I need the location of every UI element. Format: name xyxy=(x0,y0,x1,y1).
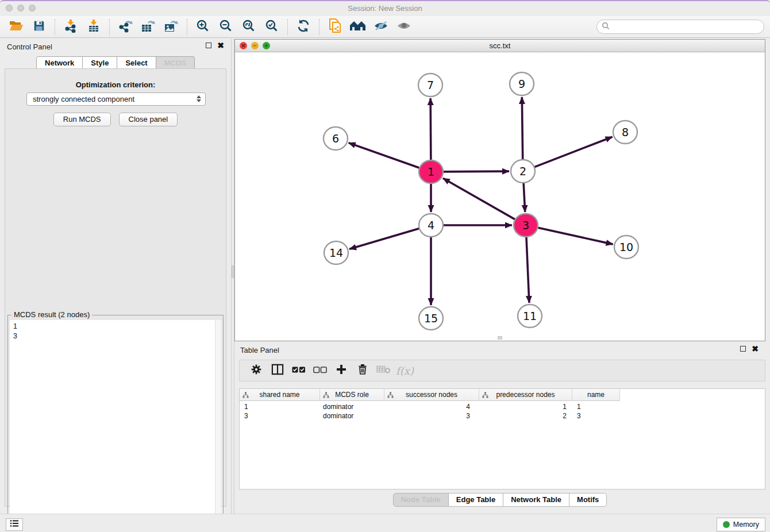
node-14[interactable]: 14 xyxy=(324,241,348,264)
task-history-button[interactable] xyxy=(6,518,23,531)
float-panel-icon[interactable] xyxy=(206,43,211,48)
svg-text:14: 14 xyxy=(329,246,343,259)
criterion-dropdown[interactable]: strongly connected component xyxy=(26,92,206,106)
delete-table-button[interactable] xyxy=(373,361,394,380)
node-table[interactable]: shared nameMCDS rolesuccessor nodesprede… xyxy=(239,388,765,489)
export-image-button[interactable] xyxy=(160,17,183,37)
refresh-view-button[interactable] xyxy=(292,17,315,37)
zoom-selected-button[interactable] xyxy=(260,17,283,37)
edge-2-3[interactable] xyxy=(523,182,525,212)
node-15[interactable]: 15 xyxy=(419,307,443,330)
titlebar: Session: New Session xyxy=(0,1,770,16)
column-header-mcds-role[interactable]: MCDS role xyxy=(320,389,384,401)
search-input[interactable] xyxy=(612,21,764,33)
edge-3-10[interactable] xyxy=(537,228,613,244)
cell-mcds-role[interactable]: dominator xyxy=(320,402,384,411)
node-3[interactable]: 3 xyxy=(514,214,538,237)
float-table-panel-icon[interactable] xyxy=(740,346,746,352)
close-panel-button[interactable]: Close panel xyxy=(119,113,178,126)
zoom-fit-button[interactable] xyxy=(237,17,260,37)
memory-button[interactable]: Memory xyxy=(717,518,765,531)
save-session-button[interactable] xyxy=(28,17,51,37)
eye-slash-icon xyxy=(373,20,389,34)
node-11[interactable]: 11 xyxy=(518,304,542,327)
table-panel-tabs: Node TableEdge TableNetwork TableMotifs xyxy=(234,493,765,507)
tab-node-table[interactable]: Node Table xyxy=(393,493,449,507)
mcds-result-title: MCDS result (2 nodes) xyxy=(11,310,92,319)
node-1[interactable]: 1 xyxy=(419,160,443,183)
edge-3-1[interactable] xyxy=(443,178,517,220)
open-file-button[interactable] xyxy=(5,17,28,37)
copy-network-button[interactable] xyxy=(324,17,346,37)
show-all-button[interactable] xyxy=(392,17,415,37)
graph-edges xyxy=(349,97,613,305)
tab-network-table[interactable]: Network Table xyxy=(503,493,569,507)
node-8[interactable]: 8 xyxy=(613,121,637,144)
cell-predecessor-nodes[interactable]: 1 xyxy=(479,402,572,411)
export-network-icon xyxy=(118,19,133,35)
cell-name[interactable]: 1 xyxy=(572,402,620,411)
node-4[interactable]: 4 xyxy=(419,214,443,237)
mcds-tab-content: Optimization criterion: strongly connect… xyxy=(5,68,226,507)
close-panel-icon[interactable]: ✖ xyxy=(217,43,224,48)
svg-text:7: 7 xyxy=(427,79,434,91)
column-header-name[interactable]: name xyxy=(572,389,620,401)
eye-icon xyxy=(396,20,412,34)
column-header-shared-name[interactable]: shared name xyxy=(240,389,320,401)
open-folder-icon xyxy=(9,20,24,34)
node-2[interactable]: 2 xyxy=(511,160,535,183)
tab-edge-table[interactable]: Edge Table xyxy=(449,493,503,507)
cell-successor-nodes[interactable]: 4 xyxy=(384,402,479,411)
import-table-button[interactable] xyxy=(82,17,105,37)
table-settings-button[interactable] xyxy=(245,361,267,380)
split-columns-button[interactable] xyxy=(267,361,288,380)
edge-3-11[interactable] xyxy=(526,236,529,303)
zoom-in-button[interactable] xyxy=(191,17,214,37)
delete-row-button[interactable] xyxy=(352,361,373,380)
deselect-all-button[interactable] xyxy=(309,361,330,380)
node-10[interactable]: 10 xyxy=(614,236,638,259)
splitter-handle[interactable] xyxy=(232,265,234,278)
edge-1-6[interactable] xyxy=(349,143,421,168)
import-network-button[interactable] xyxy=(59,17,82,37)
close-table-panel-icon[interactable]: ✖ xyxy=(752,346,759,352)
search-box[interactable] xyxy=(596,20,764,34)
network-window-titlebar[interactable]: ✕ − + scc.txt xyxy=(235,40,765,52)
table-row[interactable]: 1dominator411 xyxy=(240,402,620,411)
home-view-button[interactable] xyxy=(346,17,369,37)
run-mcds-button[interactable]: Run MCDS xyxy=(53,113,111,126)
edge-1-7[interactable] xyxy=(430,98,431,161)
export-network-button[interactable] xyxy=(114,17,137,37)
column-header-predecessor-nodes[interactable]: predecessor nodes xyxy=(479,389,572,401)
zoom-out-button[interactable] xyxy=(214,17,237,37)
tab-motifs[interactable]: Motifs xyxy=(569,493,607,507)
node-7[interactable]: 7 xyxy=(418,74,442,97)
export-table-button[interactable] xyxy=(137,17,160,37)
table-row[interactable]: 3dominator323 xyxy=(240,411,620,421)
edge-2-9[interactable] xyxy=(522,97,522,161)
control-panel: Control Panel ✖ NetworkStyleSelectMCDS O… xyxy=(0,39,231,514)
fx-icon: f(x) xyxy=(396,365,414,377)
node-6[interactable]: 6 xyxy=(324,127,348,150)
cell-successor-nodes[interactable]: 3 xyxy=(384,411,479,421)
cell-shared-name[interactable]: 3 xyxy=(240,411,320,421)
node-9[interactable]: 9 xyxy=(510,72,534,95)
column-header-successor-nodes[interactable]: successor nodes xyxy=(384,389,479,401)
svg-text:15: 15 xyxy=(424,312,438,325)
cell-name[interactable]: 3 xyxy=(572,411,620,421)
cell-shared-name[interactable]: 1 xyxy=(240,402,320,411)
network-canvas[interactable]: 7968124314101511 xyxy=(235,52,765,341)
add-row-button[interactable] xyxy=(330,361,352,380)
cell-predecessor-nodes[interactable]: 2 xyxy=(479,411,572,421)
result-scrollbar[interactable] xyxy=(215,320,221,531)
cell-mcds-role[interactable]: dominator xyxy=(320,411,384,421)
select-all-button[interactable] xyxy=(288,361,309,380)
hide-selected-button[interactable] xyxy=(369,17,392,37)
edge-2-8[interactable] xyxy=(533,137,613,167)
function-builder-button[interactable]: f(x) xyxy=(394,361,415,380)
unchecked-boxes-icon xyxy=(313,365,327,376)
edge-4-14[interactable] xyxy=(349,228,421,249)
edge-1-2[interactable] xyxy=(442,171,509,172)
mcds-result-area[interactable]: 1 3 xyxy=(10,320,221,531)
svg-text:9: 9 xyxy=(518,78,525,90)
